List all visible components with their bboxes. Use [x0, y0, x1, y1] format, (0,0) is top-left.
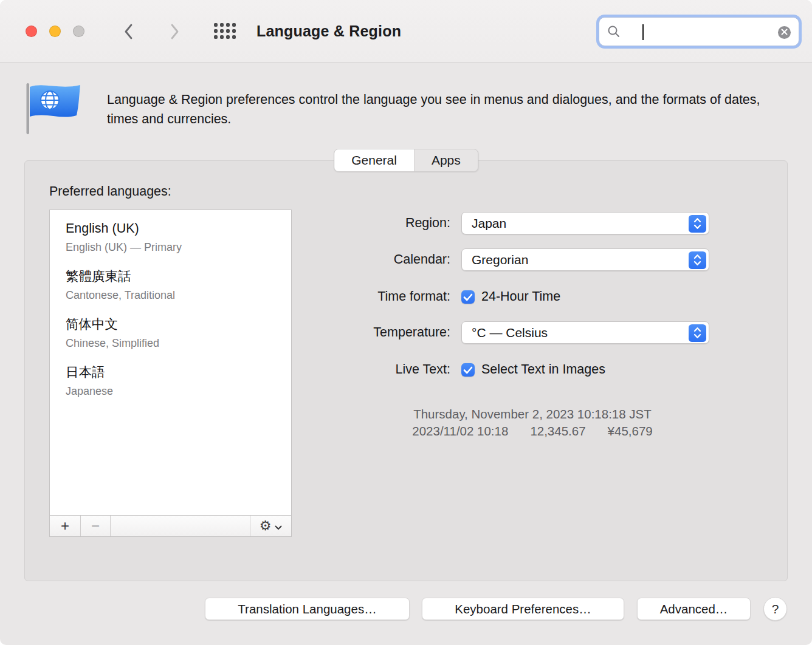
chevron-down-icon: [275, 518, 282, 534]
calendar-label: Calendar:: [304, 252, 450, 267]
preview-number: 12,345.67: [530, 423, 585, 440]
general-panel: Preferred languages: English (UK) Englis…: [24, 160, 788, 581]
translation-languages-button[interactable]: Translation Languages…: [205, 598, 410, 620]
temperature-select[interactable]: °C — Celsius: [461, 321, 709, 344]
24-hour-time-checkbox-row[interactable]: 24-Hour Time: [461, 289, 560, 304]
select-text-in-images-checkbox-row[interactable]: Select Text in Images: [461, 362, 605, 377]
dropdown-stepper-icon: [689, 251, 706, 269]
preferred-languages-list[interactable]: English (UK) English (UK) — Primary 繁體廣東…: [49, 210, 292, 537]
window-controls: [26, 26, 84, 37]
window-title: Language & Region: [256, 22, 401, 40]
language-list-toolbar: + − ⚙: [50, 515, 291, 536]
help-button[interactable]: ?: [763, 597, 787, 621]
toolbar-spacer: [111, 516, 250, 536]
dropdown-stepper-icon: [689, 215, 706, 233]
checkbox-checked-icon[interactable]: [461, 290, 475, 304]
language-list-item[interactable]: 日本語 Japanese: [66, 364, 285, 398]
language-detail: English (UK) — Primary: [66, 241, 285, 254]
language-name: English (UK): [66, 220, 285, 237]
search-field[interactable]: [599, 17, 799, 46]
time-format-label: Time format:: [304, 289, 450, 304]
remove-language-button[interactable]: −: [81, 516, 111, 536]
region-select[interactable]: Japan: [461, 212, 709, 234]
calendar-value: Gregorian: [472, 253, 528, 267]
intro-section: Language & Region preferences control th…: [26, 83, 782, 135]
minimize-window-button[interactable]: [49, 26, 61, 37]
region-row: Region: Japan: [304, 212, 709, 234]
format-preview: Thursday, November 2, 2023 10:18:18 JST …: [365, 406, 700, 440]
calendar-row: Calendar: Gregorian: [304, 248, 709, 271]
language-name: 简体中文: [66, 316, 285, 333]
checkbox-checked-icon[interactable]: [461, 363, 475, 377]
language-list-item[interactable]: 繁體廣東話 Cantonese, Traditional: [66, 268, 285, 302]
add-language-button[interactable]: +: [50, 516, 81, 536]
actions-gear-button[interactable]: ⚙: [250, 516, 291, 536]
chevron-left-icon: [124, 32, 133, 41]
search-input[interactable]: [624, 20, 773, 43]
preview-short-date: 2023/11/02 10:18: [412, 423, 508, 440]
temperature-label: Temperature:: [304, 325, 450, 340]
language-list-item[interactable]: 简体中文 Chinese, Simplified: [66, 316, 285, 350]
language-detail: Cantonese, Traditional: [66, 288, 285, 302]
calendar-select[interactable]: Gregorian: [461, 248, 709, 271]
clear-search-button[interactable]: [778, 26, 791, 39]
24-hour-time-label: 24-Hour Time: [481, 289, 560, 304]
select-text-in-images-label: Select Text in Images: [481, 362, 605, 377]
advanced-button[interactable]: Advanced…: [637, 598, 751, 620]
live-text-row: Live Text: Select Text in Images: [304, 358, 605, 381]
region-value: Japan: [472, 216, 506, 231]
preferred-languages-label: Preferred languages:: [49, 184, 171, 199]
language-items: English (UK) English (UK) — Primary 繁體廣東…: [50, 210, 291, 398]
tab-group: General Apps: [334, 149, 478, 172]
language-name: 繁體廣東話: [66, 268, 285, 285]
keyboard-preferences-button[interactable]: Keyboard Preferences…: [422, 598, 624, 620]
show-all-preferences-grid-icon[interactable]: [214, 23, 236, 39]
gear-icon: ⚙: [260, 518, 272, 534]
preferences-description: Language & Region preferences control th…: [107, 83, 782, 135]
live-text-label: Live Text:: [304, 362, 450, 377]
tab-general[interactable]: General: [334, 149, 415, 171]
tab-apps[interactable]: Apps: [415, 149, 478, 171]
close-window-button[interactable]: [26, 26, 37, 37]
region-label: Region:: [304, 216, 450, 231]
language-region-flag-icon: [26, 83, 81, 135]
forward-button[interactable]: [170, 24, 179, 41]
language-detail: Japanese: [66, 384, 285, 398]
language-list-item[interactable]: English (UK) English (UK) — Primary: [66, 220, 285, 254]
dropdown-stepper-icon: [689, 324, 706, 342]
close-icon: [781, 28, 788, 37]
titlebar: Language & Region: [0, 0, 812, 63]
preview-currency: ¥45,679: [608, 423, 653, 440]
back-button[interactable]: [124, 24, 133, 41]
text-caret: [642, 24, 644, 40]
chevron-right-icon: [170, 32, 179, 41]
zoom-window-button: [73, 26, 84, 37]
temperature-value: °C — Celsius: [472, 326, 548, 340]
search-icon: [607, 25, 621, 38]
language-detail: Chinese, Simplified: [66, 336, 285, 350]
language-region-window: Language & Region: [0, 0, 812, 645]
language-name: 日本語: [66, 364, 285, 381]
preview-datetime: Thursday, November 2, 2023 10:18:18 JST: [365, 406, 700, 423]
temperature-row: Temperature: °C — Celsius: [304, 321, 709, 344]
time-format-row: Time format: 24-Hour Time: [304, 285, 560, 308]
preview-formats: 2023/11/02 10:18 12,345.67 ¥45,679: [365, 423, 700, 440]
